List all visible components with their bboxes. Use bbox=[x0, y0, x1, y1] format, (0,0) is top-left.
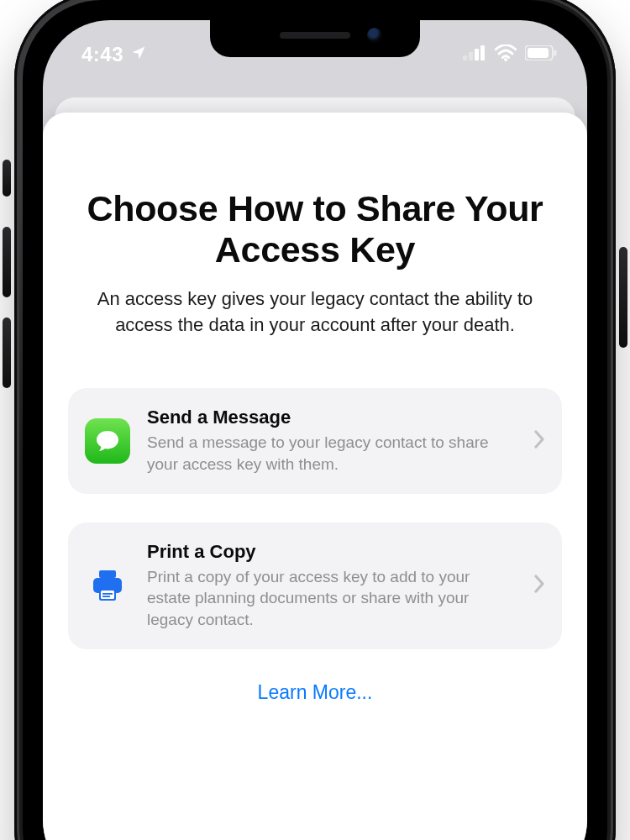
front-camera bbox=[367, 28, 382, 43]
svg-rect-1 bbox=[469, 52, 473, 60]
phone-frame: 4:43 bbox=[14, 0, 616, 840]
volume-up-button bbox=[3, 227, 11, 297]
wifi-icon bbox=[495, 45, 517, 65]
power-button bbox=[619, 247, 627, 348]
printer-icon bbox=[85, 563, 130, 608]
share-access-key-sheet: Choose How to Share Your Access Key An a… bbox=[43, 113, 587, 840]
notch bbox=[210, 20, 420, 57]
messages-icon bbox=[85, 418, 130, 464]
page-title: Choose How to Share Your Access Key bbox=[71, 188, 559, 271]
svg-rect-8 bbox=[99, 570, 116, 578]
option-title: Print a Copy bbox=[147, 541, 517, 563]
svg-rect-12 bbox=[102, 593, 113, 595]
volume-down-button bbox=[3, 318, 11, 388]
option-title: Send a Message bbox=[147, 407, 517, 428]
svg-rect-2 bbox=[475, 49, 479, 60]
learn-more-link[interactable]: Learn More... bbox=[68, 681, 562, 704]
svg-rect-6 bbox=[528, 48, 549, 58]
option-description: Send a message to your legacy contact to… bbox=[147, 432, 517, 475]
chevron-right-icon bbox=[533, 575, 545, 596]
svg-rect-3 bbox=[480, 45, 485, 60]
svg-point-4 bbox=[504, 58, 507, 61]
chevron-right-icon bbox=[533, 430, 545, 452]
svg-rect-7 bbox=[554, 50, 557, 56]
svg-rect-11 bbox=[101, 591, 114, 599]
page-subtitle: An access key gives your legacy contact … bbox=[78, 286, 552, 339]
location-icon bbox=[130, 45, 147, 65]
status-time: 4:43 bbox=[81, 43, 123, 66]
option-print-copy[interactable]: Print a Copy Print a copy of your access… bbox=[68, 522, 562, 649]
earpiece-speaker bbox=[280, 32, 350, 39]
battery-icon bbox=[525, 45, 557, 64]
svg-rect-0 bbox=[463, 55, 467, 60]
option-description: Print a copy of your access key to add t… bbox=[147, 566, 517, 631]
svg-rect-13 bbox=[102, 596, 110, 597]
mute-switch bbox=[3, 160, 11, 197]
cellular-icon bbox=[463, 45, 486, 64]
option-send-message[interactable]: Send a Message Send a message to your le… bbox=[68, 388, 562, 493]
